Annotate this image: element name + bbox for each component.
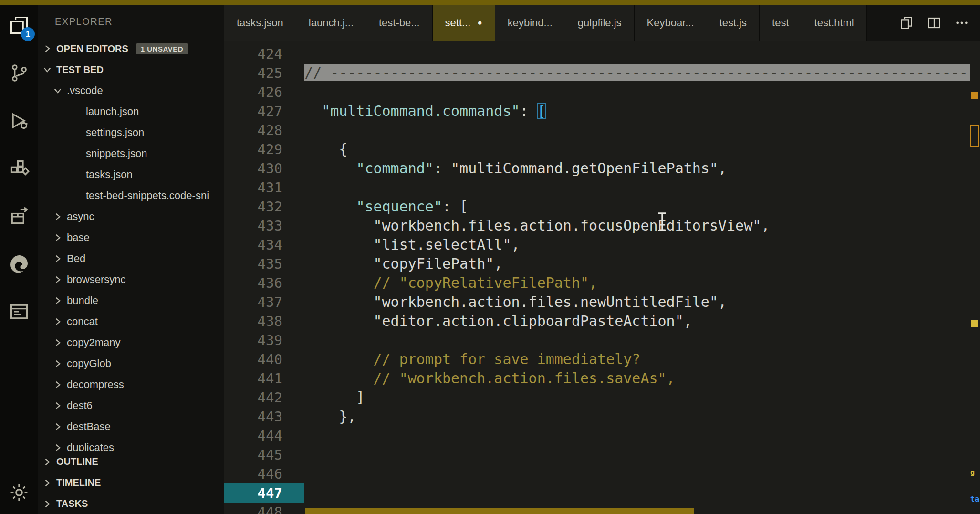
tasks-label: TASKS — [56, 498, 88, 509]
chevron-right-icon — [52, 358, 63, 369]
editor-tab-test[interactable]: test — [760, 5, 802, 41]
tree-item-label: copyGlob — [67, 357, 111, 370]
line-content[interactable]: "copyFilePath", — [304, 254, 980, 273]
line-number: 443 — [224, 407, 304, 426]
tree-item-label: launch.json — [86, 105, 139, 118]
line-content[interactable]: { — [304, 140, 980, 159]
code-line: 441 // "workbench.action.files.saveAs", — [224, 369, 980, 388]
code-line: 444 — [224, 426, 980, 445]
open-changes-icon[interactable] — [899, 15, 914, 31]
chevron-down-icon — [42, 64, 52, 75]
open-editors-section[interactable]: OPEN EDITORS 1 UNSAVED — [38, 38, 224, 59]
tree-item-label: tasks.json — [86, 168, 133, 181]
tree-item-async[interactable]: async — [38, 206, 224, 227]
horizontal-scrollbar-thumb[interactable] — [305, 508, 694, 514]
tree-item-dest6[interactable]: dest6 — [38, 395, 224, 416]
tree-item-browsersync[interactable]: browsersync — [38, 269, 224, 290]
chevron-right-icon — [52, 253, 63, 264]
line-number: 440 — [224, 350, 304, 369]
edge-browser-icon[interactable] — [8, 253, 30, 275]
unsaved-dot-icon[interactable]: ● — [477, 18, 482, 28]
code-line: 443 }, — [224, 407, 980, 426]
tree-item-tasks-json[interactable]: tasks.json — [38, 164, 224, 185]
line-content[interactable]: "editor.action.clipboardPasteAction", — [304, 312, 980, 331]
tree-item-settings-json[interactable]: settings.json — [38, 122, 224, 143]
tree-item-bed[interactable]: Bed — [38, 248, 224, 269]
tab-label: launch.j... — [309, 17, 354, 29]
code-line: 424 — [224, 44, 980, 63]
explorer-icon[interactable]: 1 — [8, 14, 30, 36]
browser-preview-icon[interactable] — [8, 301, 30, 323]
split-editor-icon[interactable] — [927, 15, 942, 31]
line-content[interactable]: "workbench.action.files.newUntitledFile"… — [304, 293, 980, 312]
editor-tab-test-html[interactable]: test.html — [802, 5, 867, 41]
more-actions-icon[interactable] — [954, 15, 970, 31]
editor-tab-gulpfile-js[interactable]: gulpfile.js — [565, 5, 635, 41]
editor-tab-launch-j-[interactable]: launch.j... — [296, 5, 366, 41]
chevron-right-icon — [42, 478, 52, 488]
line-content[interactable]: "sequence": [ — [304, 197, 980, 216]
line-number: 432 — [224, 197, 304, 216]
code-line: 437 "workbench.action.files.newUntitledF… — [224, 293, 980, 312]
editor-tab-keyboar-[interactable]: Keyboar... — [635, 5, 707, 41]
source-control-icon[interactable] — [8, 62, 30, 84]
code-line: 438 "editor.action.clipboardPasteAction"… — [224, 312, 980, 331]
line-number: 428 — [224, 121, 304, 140]
tree-item-concat[interactable]: concat — [38, 311, 224, 332]
editor-area: tasks.json launch.j... test-be... sett..… — [224, 5, 980, 514]
line-content[interactable] — [304, 426, 980, 445]
tree-item-snippets-json[interactable]: snippets.json — [38, 143, 224, 164]
line-content[interactable]: // -------------------------------------… — [304, 63, 980, 83]
timeline-section[interactable]: TIMELINE — [38, 472, 224, 493]
extensions-icon[interactable] — [8, 157, 30, 179]
tab-bar: tasks.json launch.j... test-be... sett..… — [224, 5, 980, 41]
workspace-root-section[interactable]: TEST BED — [38, 59, 224, 80]
line-content[interactable] — [304, 464, 980, 483]
run-debug-icon[interactable] — [8, 110, 30, 132]
line-content[interactable] — [304, 331, 980, 350]
line-content[interactable] — [304, 483, 980, 503]
line-content[interactable]: // "copyRelativeFilePath", — [304, 273, 980, 293]
line-content[interactable] — [304, 445, 980, 464]
tree-item-bundle[interactable]: bundle — [38, 290, 224, 311]
line-content[interactable] — [304, 178, 980, 197]
line-content[interactable]: }, — [304, 407, 980, 426]
tab-label: gulpfile.js — [578, 17, 622, 29]
code-line: 440 // prompt for save immediately? — [224, 350, 980, 369]
tree-item-copyglob[interactable]: copyGlob — [38, 353, 224, 374]
line-content[interactable]: "multiCommand.commands": [ — [304, 102, 980, 121]
sidebar-title: EXPLORER — [38, 5, 224, 38]
editor-tab-test-be-[interactable]: test-be... — [366, 5, 433, 41]
settings-gear-icon[interactable] — [8, 482, 30, 504]
line-content[interactable]: // "workbench.action.files.saveAs", — [304, 369, 980, 388]
minimap[interactable]: gta — [970, 41, 980, 514]
line-number: 441 — [224, 369, 304, 388]
tasks-section[interactable]: TASKS — [38, 493, 224, 514]
tree-item-copy2many[interactable]: copy2many — [38, 332, 224, 353]
code-editor[interactable]: 424 425 // -----------------------------… — [224, 41, 980, 514]
tree-item-destbase[interactable]: destBase — [38, 416, 224, 437]
code-line: 427 "multiCommand.commands": [ — [224, 102, 980, 121]
tree-item-label: snippets.json — [86, 147, 147, 160]
line-content[interactable]: // prompt for save immediately? — [304, 350, 980, 369]
editor-tab-sett-[interactable]: sett... ● — [433, 5, 495, 41]
tree-item-decompress[interactable]: decompress — [38, 374, 224, 395]
outline-section[interactable]: OUTLINE — [38, 451, 224, 472]
tree-item-duplicates[interactable]: duplicates — [38, 437, 224, 451]
tree-item--vscode[interactable]: .vscode — [38, 80, 224, 101]
tree-item-launch-json[interactable]: launch.json — [38, 101, 224, 122]
line-content[interactable] — [304, 83, 980, 102]
tree-item-base[interactable]: base — [38, 227, 224, 248]
line-content[interactable]: ] — [304, 388, 980, 407]
code-line: 433 "workbench.files.action.focusOpenEdi… — [224, 216, 980, 235]
line-content[interactable] — [304, 44, 980, 63]
tree-item-test-bed-snippets-code-sni[interactable]: test-bed-snippets.code-sni — [38, 185, 224, 206]
editor-tab-tasks-json[interactable]: tasks.json — [224, 5, 296, 41]
editor-tab-keybind-[interactable]: keybind... — [495, 5, 565, 41]
editor-tab-test-js[interactable]: test.js — [707, 5, 760, 41]
package-icon[interactable] — [8, 205, 30, 227]
line-content[interactable]: "command": "multiCommand.getOpenFilePath… — [304, 159, 980, 178]
line-content[interactable]: "list.selectAll", — [304, 235, 980, 254]
line-content[interactable] — [304, 121, 980, 140]
line-content[interactable]: "workbench.files.action.focusOpenEditors… — [304, 216, 980, 235]
